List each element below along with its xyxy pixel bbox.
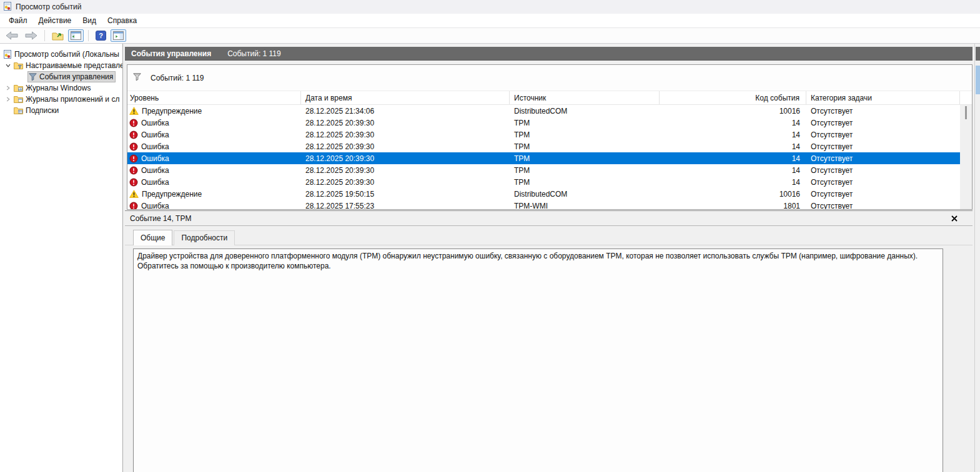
console-tree: Просмотр событий (ЛокальныНастраиваемые …	[0, 44, 123, 472]
table-row[interactable]: Ошибка28.12.2025 20:39:30TPM14Отсутствуе…	[127, 164, 960, 176]
table-row[interactable]: Ошибка28.12.2025 20:39:30TPM14Отсутствуе…	[127, 140, 960, 152]
event-id: 14	[660, 119, 806, 127]
menu-item-0[interactable]: Файл	[3, 14, 33, 27]
event-source: DistributedCOM	[510, 190, 660, 199]
column-header-3[interactable]: Код события	[660, 91, 806, 104]
close-icon[interactable]	[949, 213, 960, 224]
folder-filter-icon	[14, 62, 23, 70]
column-header-4[interactable]: Категория задачи	[806, 91, 960, 104]
tree-item-label: Настраиваемые представле	[26, 61, 123, 70]
event-level: Ошибка	[141, 119, 169, 127]
help-icon[interactable]: ?	[93, 29, 109, 42]
event-level: Ошибка	[141, 154, 169, 163]
event-source: DistributedCOM	[510, 107, 660, 116]
panel-event-count: Событий: 1 119	[227, 49, 281, 58]
event-datetime: 28.12.2025 20:39:30	[301, 142, 510, 151]
forward-arrow-icon[interactable]	[22, 29, 40, 42]
tree-item-0[interactable]: Просмотр событий (Локальны	[0, 49, 122, 60]
table-header: УровеньДата и времяИсточникКод событияКа…	[127, 91, 972, 105]
event-task-category: Отсутствует	[806, 142, 960, 151]
event-level: Предупреждение	[142, 107, 202, 116]
detail-header: Событие 14, TPM	[125, 211, 973, 226]
event-source: TPM	[510, 154, 660, 163]
content-area: Просмотр событий (ЛокальныНастраиваемые …	[0, 44, 980, 472]
event-source: TPM-WMI	[510, 202, 660, 210]
actions-pane-sliver	[974, 44, 980, 472]
event-task-category: Отсутствует	[806, 202, 960, 210]
event-task-category: Отсутствует	[806, 107, 960, 116]
event-source: TPM	[510, 130, 660, 139]
event-source: TPM	[510, 166, 660, 175]
actions-pane-selection-edge	[976, 66, 980, 94]
event-source: TPM	[510, 178, 660, 187]
event-id: 10016	[660, 107, 806, 116]
column-header-0[interactable]: Уровень	[127, 91, 301, 104]
tab-0[interactable]: Общие	[133, 230, 172, 245]
event-task-category: Отсутствует	[806, 154, 960, 163]
tree-item-2[interactable]: События управления	[0, 71, 122, 82]
event-viewer-window: Просмотр событий ФайлДействиеВидСправка …	[0, 0, 980, 472]
panel-title: События управления	[131, 49, 211, 58]
menu-item-3[interactable]: Справка	[102, 14, 142, 27]
toggle-action-pane-icon[interactable]	[111, 29, 126, 42]
event-task-category: Отсутствует	[806, 119, 960, 127]
event-datetime: 28.12.2025 20:39:30	[301, 154, 510, 163]
svg-text:?: ?	[99, 32, 103, 39]
error-icon	[129, 142, 138, 151]
event-description-box: Драйвер устройства для доверенного платф…	[133, 248, 943, 472]
table-row[interactable]: Ошибка28.12.2025 20:39:30TPM14Отсутствуе…	[127, 176, 960, 188]
table-row[interactable]: Ошибка28.12.2025 20:39:30TPM14Отсутствуе…	[127, 117, 960, 129]
events-scrollbar[interactable]	[960, 105, 972, 209]
toolbar-separator	[88, 30, 89, 41]
event-id: 14	[660, 142, 806, 151]
detail-title: Событие 14, TPM	[130, 214, 949, 223]
event-datetime: 28.12.2025 19:50:15	[301, 190, 510, 199]
tree-item-label: События управления	[39, 72, 113, 81]
tree-item-5[interactable]: Подписки	[0, 105, 122, 116]
menu-item-2[interactable]: Вид	[77, 14, 102, 27]
folder-subscriptions-icon	[14, 107, 23, 115]
event-id: 14	[660, 178, 806, 187]
event-datetime: 28.12.2025 17:55:23	[301, 202, 510, 210]
column-header-1[interactable]: Дата и время	[301, 91, 510, 104]
table-row[interactable]: Ошибка28.12.2025 20:39:30TPM14Отсутствуе…	[127, 152, 960, 164]
warning-icon	[129, 107, 139, 115]
app-icon	[3, 2, 12, 12]
chevron-right-icon[interactable]	[4, 85, 12, 91]
event-task-category: Отсутствует	[806, 166, 960, 175]
back-arrow-icon[interactable]	[3, 29, 21, 42]
chevron-right-icon[interactable]	[4, 96, 12, 102]
event-id: 1801	[660, 202, 806, 210]
tab-1[interactable]: Подробности	[174, 230, 235, 245]
tree-item-4[interactable]: Журналы приложений и сл	[0, 94, 122, 105]
menu-bar: ФайлДействиеВидСправка	[0, 14, 980, 27]
tree-item-label: Просмотр событий (Локальны	[14, 50, 119, 59]
event-task-category: Отсутствует	[806, 178, 960, 187]
chevron-down-icon[interactable]	[4, 62, 12, 69]
tree-item-label: Журналы приложений и сл	[26, 95, 119, 104]
tree-item-label: Журналы Windows	[26, 84, 91, 92]
tree-item-1[interactable]: Настраиваемые представле	[0, 60, 122, 71]
menu-item-1[interactable]: Действие	[33, 14, 77, 27]
event-description-line: Обратитесь за помощью к производителю ко…	[137, 261, 939, 271]
event-source: TPM	[510, 119, 660, 127]
toolbar: ?	[0, 27, 980, 44]
table-row[interactable]: Ошибка28.12.2025 20:39:30TPM14Отсутствуе…	[127, 129, 960, 140]
table-row[interactable]: Ошибка28.12.2025 17:55:23TPM-WMI1801Отсу…	[127, 200, 960, 209]
event-viewer-icon	[3, 50, 12, 59]
export-log-icon[interactable]	[49, 29, 66, 42]
event-level: Ошибка	[141, 178, 169, 187]
event-datetime: 28.12.2025 20:39:30	[301, 166, 510, 175]
event-task-category: Отсутствует	[806, 130, 960, 139]
events-list-panel: Событий: 1 119 УровеньДата и времяИсточн…	[127, 64, 973, 210]
tree-item-3[interactable]: Журналы Windows	[0, 82, 122, 94]
table-row[interactable]: Предупреждение28.12.2025 19:50:15Distrib…	[127, 188, 960, 200]
event-id: 14	[660, 154, 806, 163]
events-scrollbar-thumb[interactable]	[965, 106, 967, 119]
toggle-console-tree-icon[interactable]	[68, 29, 84, 42]
event-id: 14	[660, 130, 806, 139]
table-row[interactable]: Предупреждение28.12.2025 21:34:06Distrib…	[127, 105, 960, 117]
event-datetime: 28.12.2025 20:39:30	[301, 178, 510, 187]
event-task-category: Отсутствует	[806, 190, 960, 199]
column-header-2[interactable]: Источник	[510, 91, 660, 104]
